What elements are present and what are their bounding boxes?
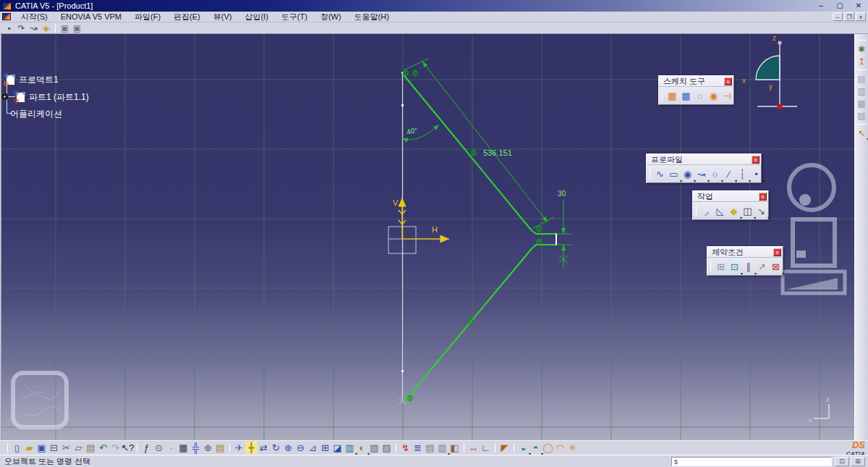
- rotate-widget[interactable]: [789, 165, 834, 210]
- apply-material-icon[interactable]: ◤: [498, 442, 511, 454]
- menu-item-8[interactable]: 도움말(H): [348, 12, 396, 22]
- tree-item-product[interactable]: ⚙ ⚙ 프로덕트1: [6, 74, 59, 86]
- view-cube-3-icon[interactable]: ▦: [856, 97, 868, 109]
- catalog-tool-icon[interactable]: ◈: [40, 22, 52, 33]
- panel-list-1-icon[interactable]: ▤: [424, 442, 436, 454]
- angle-dimension-value[interactable]: 40°: [406, 126, 418, 136]
- close-icon[interactable]: x: [724, 77, 732, 85]
- shading-edges-icon[interactable]: ◓: [529, 442, 542, 454]
- curve-tool-2-icon[interactable]: ↝: [27, 22, 40, 33]
- measure-between-icon[interactable]: ↔: [467, 442, 480, 454]
- title-bar[interactable]: CATIA V5 - [Product1] – ▢ ✕: [0, 0, 868, 12]
- mdi-close-icon[interactable]: x: [856, 12, 866, 21]
- axis-list-icon[interactable]: ≣: [412, 442, 424, 454]
- minimize-icon[interactable]: –: [812, 0, 830, 12]
- corner-icon[interactable]: ◞: [699, 204, 713, 218]
- copy-icon[interactable]: ▱: [72, 442, 85, 454]
- arc-pattern-icon[interactable]: ◠: [554, 442, 566, 454]
- whats-this-icon[interactable]: ↖?: [122, 442, 134, 454]
- close-icon[interactable]: x: [752, 156, 760, 164]
- traffic-light-icon[interactable]: ◧: [448, 442, 461, 454]
- paste-icon[interactable]: ▤: [85, 442, 97, 454]
- construction-element-icon[interactable]: ◌: [693, 89, 707, 103]
- curve-tool-1-icon[interactable]: ↷: [15, 22, 27, 33]
- redo-icon[interactable]: ↷: [109, 442, 122, 454]
- maximize-icon[interactable]: ▢: [830, 0, 849, 12]
- render-tool-1-icon[interactable]: ▣: [59, 22, 71, 33]
- expand-icon[interactable]: +: [1, 93, 9, 101]
- iso-view-icon[interactable]: ◪: [331, 442, 344, 454]
- close-icon[interactable]: x: [759, 193, 767, 201]
- compass-origin[interactable]: [778, 104, 783, 109]
- axis-icon[interactable]: ┆: [736, 167, 749, 181]
- shading-icon[interactable]: ◒: [517, 442, 529, 454]
- mirror-icon[interactable]: ◫: [741, 204, 754, 218]
- hide-show-icon[interactable]: ◐: [356, 442, 368, 454]
- zoom-widget[interactable]: [793, 219, 835, 266]
- new-document-icon[interactable]: ▯: [11, 442, 23, 454]
- constraints-dialog-icon[interactable]: ⊞: [714, 260, 728, 274]
- menu-item-6[interactable]: 도구(T): [275, 12, 314, 22]
- render-tool-2-icon[interactable]: ▣: [71, 22, 83, 33]
- compass-handle[interactable]: [778, 41, 781, 44]
- tree-item-label[interactable]: 프로덕트1: [19, 74, 59, 86]
- sketch-origin[interactable]: H V: [388, 198, 449, 253]
- conic-icon[interactable]: ○: [708, 167, 722, 181]
- view-cube-2-icon[interactable]: ▥: [856, 85, 868, 97]
- menu-item-5[interactable]: 삽입(I): [238, 12, 274, 22]
- view-manipulation-widgets[interactable]: [783, 165, 845, 293]
- point-icon[interactable]: •: [749, 167, 763, 181]
- command-input[interactable]: s: [671, 457, 832, 466]
- profile-notch-bottom[interactable]: [532, 245, 556, 249]
- status-panel-2-icon[interactable]: ⊞: [851, 457, 865, 466]
- formula-icon[interactable]: ƒ: [140, 442, 153, 454]
- tree-item-label[interactable]: 파트1 (파트1.1): [29, 91, 89, 104]
- close-icon[interactable]: x: [773, 248, 781, 256]
- design-table-icon[interactable]: ▦: [177, 442, 190, 454]
- height-dimension-value[interactable]: 30: [558, 190, 566, 198]
- constraint-titlebar[interactable]: 제약조건 x: [707, 247, 783, 258]
- menu-item-7[interactable]: 창(W): [314, 12, 348, 22]
- grid-icon[interactable]: ▦: [665, 89, 679, 103]
- normal-view-icon[interactable]: ⊿: [307, 442, 319, 454]
- exit-workbench-icon[interactable]: ↥: [856, 55, 868, 67]
- trim-icon[interactable]: ◆: [727, 204, 741, 218]
- length-dimension[interactable]: [404, 59, 554, 228]
- tree-item-applications[interactable]: 어플리케이션: [10, 108, 62, 120]
- multi-view-icon[interactable]: ⊞: [319, 442, 331, 454]
- profile-endpoint[interactable]: [404, 398, 408, 402]
- auto-constraint-icon[interactable]: ⊠: [769, 260, 783, 274]
- menu-item-2[interactable]: 파일(F): [128, 12, 167, 22]
- constraint-icon[interactable]: ⊡: [728, 260, 741, 274]
- pan-icon[interactable]: ⇄: [258, 442, 270, 454]
- cut-icon[interactable]: ✂: [60, 442, 72, 454]
- dimensional-constraints-icon[interactable]: ⊣: [720, 89, 734, 103]
- tree-item-label[interactable]: 어플리케이션: [10, 108, 62, 120]
- comment-icon[interactable]: ⊙: [153, 442, 165, 454]
- profile-titlebar[interactable]: 프로파일 x: [647, 154, 761, 165]
- mdi-minimize-icon[interactable]: –: [833, 12, 843, 21]
- lock-icon[interactable]: ⊕: [202, 442, 214, 454]
- relations-icon[interactable]: ╬: [190, 442, 202, 454]
- zoom-out-icon[interactable]: ⊖: [294, 442, 307, 454]
- menu-item-1[interactable]: ENOVIA V5 VPM: [54, 12, 128, 22]
- select-arrow-icon[interactable]: ↖: [856, 127, 868, 139]
- sketch-tools-titlebar[interactable]: 스케치 도구 x: [659, 76, 733, 87]
- snap-to-point-icon[interactable]: ▦: [679, 89, 693, 103]
- tool-dot-icon[interactable]: ▪: [3, 22, 15, 33]
- sketch-solving-status-icon[interactable]: ✱: [856, 43, 868, 55]
- profile-notch-top[interactable]: [532, 231, 556, 235]
- print-icon[interactable]: ⊟: [48, 442, 60, 454]
- measure-item-icon[interactable]: ∟: [480, 442, 492, 454]
- sketch-analysis-icon[interactable]: ✳: [566, 442, 579, 454]
- circle-pattern-icon[interactable]: ◯: [542, 442, 554, 454]
- sketch-profile[interactable]: [402, 73, 556, 400]
- mdi-restore-icon[interactable]: ❐: [844, 12, 854, 21]
- profile-line-lower[interactable]: [406, 249, 532, 400]
- undo-icon[interactable]: ↶: [97, 442, 109, 454]
- update-icon[interactable]: ↯: [399, 442, 412, 454]
- spline-icon[interactable]: ↝: [694, 167, 708, 181]
- 3d-viewport[interactable]: 536.151 40° 30: [0, 34, 854, 440]
- geometrical-constraints-icon[interactable]: ◉: [707, 89, 720, 103]
- zoom-in-icon[interactable]: ⊕: [282, 442, 294, 454]
